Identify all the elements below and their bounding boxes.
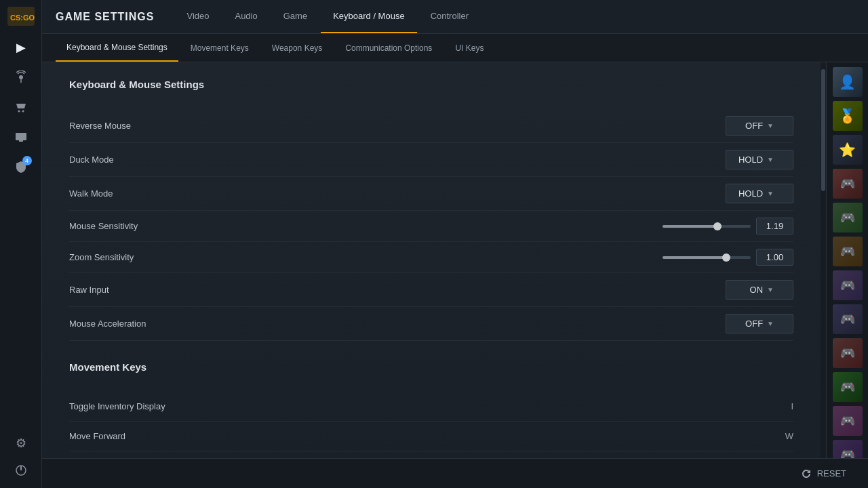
avatar-player-8[interactable]: 🎮 xyxy=(833,406,863,436)
bottom-bar: RESET xyxy=(42,458,868,488)
avatar-player-7[interactable]: 🎮 xyxy=(833,372,863,402)
sidebar-gear-icon[interactable]: ⚙ xyxy=(9,431,33,455)
chevron-down-icon: ▼ xyxy=(767,122,774,129)
reset-label: RESET xyxy=(817,468,846,479)
tab-keyboard-mouse[interactable]: Keyboard / Mouse xyxy=(321,0,417,33)
control-duck-mode: HOLD ▼ xyxy=(726,150,793,169)
content-area: Keyboard & Mouse Settings Reverse Mouse … xyxy=(42,62,868,458)
setting-row-move-forward: Move Forward W xyxy=(69,422,793,451)
top-nav: GAME SETTINGS Video Audio Game Keyboard … xyxy=(42,0,868,34)
subtab-communication-options[interactable]: Communication Options xyxy=(334,34,443,62)
sidebar-tv-icon[interactable] xyxy=(9,125,33,149)
setting-row-mouse-acceleration: Mouse Acceleration OFF ▼ xyxy=(69,307,793,341)
dropdown-raw-input[interactable]: ON ▼ xyxy=(726,280,793,300)
section-title-movement-keys: Movement Keys xyxy=(69,361,793,378)
control-mouse-sensitivity: 1.19 xyxy=(663,218,793,235)
nav-tabs: Video Audio Game Keyboard / Mouse Contro… xyxy=(174,0,481,33)
setting-row-duck-mode: Duck Mode HOLD ▼ xyxy=(69,143,793,177)
chevron-down-icon: ▼ xyxy=(767,286,774,293)
avatar-player-9[interactable]: 🎮 xyxy=(833,440,863,458)
svg-point-2 xyxy=(19,75,23,79)
label-raw-input: Raw Input xyxy=(69,285,726,295)
settings-panel: Keyboard & Mouse Settings Reverse Mouse … xyxy=(42,62,821,458)
svg-point-4 xyxy=(18,110,20,113)
tab-video[interactable]: Video xyxy=(174,0,221,33)
tab-audio[interactable]: Audio xyxy=(222,0,269,33)
dropdown-mouse-acceleration[interactable]: OFF ▼ xyxy=(726,314,793,333)
control-raw-input: ON ▼ xyxy=(726,280,793,300)
subtab-weapon-keys[interactable]: Weapon Keys xyxy=(261,34,334,62)
setting-row-zoom-sensitivity: Zoom Sensitivity 1.00 xyxy=(69,242,793,273)
mouse-sensitivity-slider[interactable] xyxy=(663,225,751,228)
setting-row-reverse-mouse: Reverse Mouse OFF ▼ xyxy=(69,109,793,143)
label-reverse-mouse: Reverse Mouse xyxy=(69,121,726,131)
avatar-player-4[interactable]: 🎮 xyxy=(833,270,863,300)
slider-fill xyxy=(663,225,717,228)
sidebar-antenna-icon[interactable] xyxy=(9,65,33,89)
svg-rect-6 xyxy=(16,133,26,140)
setting-row-move-backward: Move Backward S xyxy=(69,451,793,458)
avatar-main[interactable]: 👤 xyxy=(833,67,863,97)
label-toggle-inventory: Toggle Inventory Display xyxy=(69,401,773,411)
avatar-rank[interactable]: 🏅 xyxy=(833,101,863,131)
control-mouse-acceleration: OFF ▼ xyxy=(726,314,793,333)
sidebar-shield-icon[interactable] xyxy=(9,155,33,179)
avatar-player-5[interactable]: 🎮 xyxy=(833,304,863,334)
slider-fill xyxy=(663,256,726,259)
label-mouse-acceleration: Mouse Acceleration xyxy=(69,319,726,329)
scrollbar-track xyxy=(821,62,826,458)
avatar-player-1[interactable]: 🎮 xyxy=(833,169,863,199)
reset-icon xyxy=(801,468,812,479)
slider-thumb[interactable] xyxy=(722,253,730,262)
dropdown-reverse-mouse[interactable]: OFF ▼ xyxy=(726,116,793,136)
avatar-premium[interactable]: ⭐ xyxy=(833,135,863,165)
svg-point-5 xyxy=(22,110,24,113)
label-duck-mode: Duck Mode xyxy=(69,155,726,165)
page-title: GAME SETTINGS xyxy=(56,11,154,23)
control-reverse-mouse: OFF ▼ xyxy=(726,116,793,136)
label-zoom-sensitivity: Zoom Sensitivity xyxy=(69,252,663,262)
tab-game[interactable]: Game xyxy=(271,0,319,33)
setting-row-toggle-inventory: Toggle Inventory Display I xyxy=(69,392,793,422)
setting-row-raw-input: Raw Input ON ▼ xyxy=(69,273,793,307)
dropdown-walk-mode[interactable]: HOLD ▼ xyxy=(726,184,793,203)
subtab-ui-keys[interactable]: UI Keys xyxy=(444,34,494,62)
left-sidebar: CS:GO ▶ ⚙ xyxy=(0,0,42,488)
subtab-movement-keys[interactable]: Movement Keys xyxy=(180,34,260,62)
avatar-player-6[interactable]: 🎮 xyxy=(833,338,863,368)
right-panel: 👤 🏅 ⭐ 🎮 🎮 🎮 🎮 🎮 xyxy=(826,62,868,458)
zoom-sensitivity-value[interactable]: 1.00 xyxy=(756,249,793,266)
sidebar-play-icon[interactable]: ▶ xyxy=(9,35,33,60)
scrollbar-thumb[interactable] xyxy=(821,69,825,191)
chevron-down-icon: ▼ xyxy=(767,156,774,163)
key-move-forward[interactable]: W xyxy=(773,431,793,441)
section-title-keyboard-mouse: Keyboard & Mouse Settings xyxy=(69,79,793,96)
zoom-sensitivity-slider[interactable] xyxy=(663,256,751,259)
avatar-player-2[interactable]: 🎮 xyxy=(833,203,863,232)
control-walk-mode: HOLD ▼ xyxy=(726,184,793,203)
label-move-forward: Move Forward xyxy=(69,431,773,441)
slider-thumb[interactable] xyxy=(713,222,722,230)
dropdown-duck-mode[interactable]: HOLD ▼ xyxy=(726,150,793,169)
reset-button[interactable]: RESET xyxy=(793,464,854,483)
label-walk-mode: Walk Mode xyxy=(69,188,726,199)
chevron-down-icon: ▼ xyxy=(767,320,774,327)
sub-nav: Keyboard & Mouse Settings Movement Keys … xyxy=(42,34,868,62)
setting-row-walk-mode: Walk Mode HOLD ▼ xyxy=(69,177,793,211)
main-content: GAME SETTINGS Video Audio Game Keyboard … xyxy=(42,0,868,488)
avatar-player-3[interactable]: 🎮 xyxy=(833,237,863,266)
svg-text:CS:GO: CS:GO xyxy=(10,14,35,22)
sidebar-shop-icon[interactable] xyxy=(9,95,33,119)
setting-row-mouse-sensitivity: Mouse Sensitivity 1.19 xyxy=(69,211,793,242)
tab-controller[interactable]: Controller xyxy=(418,0,481,33)
sidebar-power-icon[interactable] xyxy=(9,458,33,483)
csgo-logo[interactable]: CS:GO xyxy=(6,5,36,27)
mouse-sensitivity-value[interactable]: 1.19 xyxy=(756,218,793,235)
subtab-keyboard-mouse-settings[interactable]: Keyboard & Mouse Settings xyxy=(56,34,178,62)
control-zoom-sensitivity: 1.00 xyxy=(663,249,793,266)
key-toggle-inventory[interactable]: I xyxy=(773,401,793,411)
label-mouse-sensitivity: Mouse Sensitivity xyxy=(69,221,663,231)
chevron-down-icon: ▼ xyxy=(767,190,774,197)
